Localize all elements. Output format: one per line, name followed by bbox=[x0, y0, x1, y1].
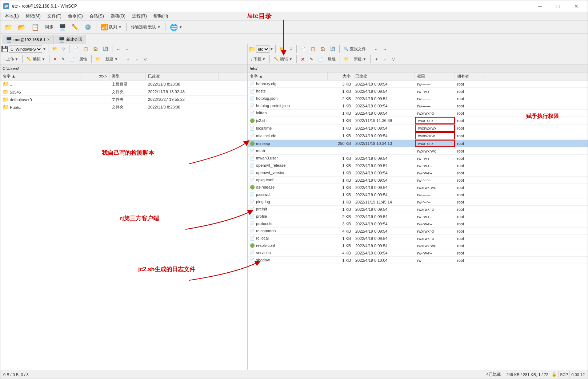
right-new-btn[interactable]: 新建 ▼ bbox=[352, 55, 368, 63]
right-row-localtime[interactable]: 📄 localtime 1 KB 2022/4/19 0:09:54 rwxrw… bbox=[248, 125, 588, 132]
left-folder-btn[interactable]: 📁 bbox=[93, 55, 103, 63]
toolbar-console-btn[interactable]: 🖥️ bbox=[56, 22, 69, 32]
left-back-btn[interactable]: ← bbox=[114, 45, 123, 53]
tab-session[interactable]: 🖥️ root@192.168.6.1 ✕ bbox=[2, 35, 54, 44]
right-row-rc-local[interactable]: 📄 rc.local 1 KB 2022/4/19 0:09:54 rwxrwx… bbox=[248, 235, 588, 242]
right-back-btn[interactable]: ← bbox=[372, 45, 380, 53]
minimize-button[interactable]: ─ bbox=[532, 0, 548, 12]
left-refresh-btn[interactable]: 🔄 bbox=[101, 45, 110, 53]
right-row-mia-include[interactable]: 📄 mia.include 1 KB 2022/4/19 0:09:54 rwx… bbox=[248, 132, 588, 140]
toolbar-edit-btn[interactable]: ✏️ bbox=[69, 22, 81, 32]
right-open-folder-btn[interactable]: 📂 bbox=[277, 45, 287, 53]
right-home-btn[interactable]: 🏠 bbox=[318, 45, 328, 53]
right-download-btn[interactable]: ↓ 下载 ▼ bbox=[248, 55, 268, 63]
left-copy-file-btn[interactable]: 📄 bbox=[67, 55, 77, 63]
left-row-public[interactable]: 📁 Public 文件夹 2022/11/3 8:23:38 bbox=[0, 103, 247, 111]
right-drive-dropdown[interactable]: ▼ bbox=[270, 47, 273, 51]
right-add-btn[interactable]: ＋ bbox=[372, 55, 381, 63]
left-props-btn[interactable]: 属性 bbox=[77, 55, 89, 63]
right-col-name-header[interactable]: 名字 ▲ bbox=[248, 72, 328, 80]
right-row-profile[interactable]: 📄 profile 2 KB 2022/4/19 0:09:54 rw-rw-r… bbox=[248, 213, 588, 220]
right-col-size-header[interactable]: 大小 bbox=[328, 72, 353, 80]
toolbar-new-btn[interactable]: 📁 bbox=[2, 22, 15, 32]
right-row-protocols[interactable]: 📄 protocols 3 KB 2022/4/19 0:09:54 rw-rw… bbox=[248, 220, 588, 228]
right-row-hosts[interactable]: 📄 hosts 1 KB 2022/4/19 0:09:54 rw-rw-r--… bbox=[248, 88, 588, 95]
menu-mark[interactable]: 标记(M) bbox=[23, 12, 44, 20]
right-row-mwan3user[interactable]: 📄 mwan3.user 1 KB 2022/4/19 0:09:54 rw-r… bbox=[248, 155, 588, 162]
menu-help[interactable]: 帮助(H) bbox=[151, 12, 171, 20]
right-file-list[interactable]: 📄 haproxy.cfg 3 KB 2022/4/19 0:09:54 rw-… bbox=[248, 80, 588, 370]
right-row-shadow[interactable]: 📄 shadow 1 KB 2022/4/19 0:10:04 rw------… bbox=[248, 257, 588, 264]
toolbar-queue-btn[interactable]: 📶 队列 ▼ bbox=[98, 22, 124, 32]
left-row-53545[interactable]: 📁 53545 文件夹 2022/11/19 13:02:48 bbox=[0, 88, 247, 96]
left-add-btn[interactable]: ＋ bbox=[124, 55, 132, 63]
close-button[interactable]: ✕ bbox=[568, 0, 585, 12]
menu-command[interactable]: 命令(C) bbox=[65, 12, 86, 20]
left-new-btn[interactable]: 新建 ▼ bbox=[103, 55, 120, 63]
menu-file[interactable]: 文件(F) bbox=[44, 12, 64, 20]
toolbar-prefs-btn[interactable]: ⚙️ bbox=[82, 22, 94, 32]
right-row-preinit[interactable]: 📄 preinit 1 KB 2022/4/19 0:09:54 rwxrwxr… bbox=[248, 206, 588, 213]
right-row-openwrt-release[interactable]: 📄 openwrt_release 1 KB 2022/4/19 0:09:54… bbox=[248, 162, 588, 169]
right-props-btn[interactable]: 属性 bbox=[325, 55, 338, 63]
right-row-haproxy[interactable]: 📄 haproxy.cfg 3 KB 2022/4/19 0:09:54 rw-… bbox=[248, 80, 588, 88]
right-move-btn[interactable]: 📋 bbox=[308, 45, 318, 53]
toolbar-transfer-btn[interactable]: 传输选项 默认 ▼ bbox=[128, 22, 163, 32]
right-row-jc2sh[interactable]: 🟢 jc2.sh 1 KB 2022/11/19 11:36:39 rwxr-x… bbox=[248, 117, 588, 125]
toolbar-sync-btn[interactable]: 同步 bbox=[42, 22, 56, 32]
right-col-modified-header[interactable]: 已改变 bbox=[353, 72, 415, 80]
tab-new-session[interactable]: 🖥️ 新建会话 bbox=[55, 35, 86, 44]
toolbar-internet-btn[interactable]: 🌐 ▼ bbox=[167, 22, 185, 32]
left-check-btn[interactable]: ▽ bbox=[141, 55, 149, 63]
right-row-hotplug-preinit[interactable]: 📄 hotplug-preinit.json 1 KB 2022/4/19 0:… bbox=[248, 102, 588, 110]
right-check-btn[interactable]: ▽ bbox=[390, 55, 397, 63]
toolbar-copy-btn[interactable]: 📋 bbox=[29, 22, 42, 32]
left-remove-btn[interactable]: － bbox=[133, 55, 141, 63]
right-row-minieap[interactable]: 🟢 minieap 250 KB 2022/11/19 10:34:13 rwx… bbox=[248, 140, 588, 147]
tab-close-session[interactable]: ✕ bbox=[47, 37, 50, 42]
right-filter-btn[interactable]: ▽ bbox=[287, 45, 295, 53]
right-search-btn[interactable]: 🔍 查找文件 bbox=[341, 45, 368, 53]
menu-session[interactable]: 会话(S) bbox=[87, 12, 107, 20]
right-rename-btn[interactable]: ✎ bbox=[308, 55, 315, 63]
maximize-button[interactable]: □ bbox=[550, 0, 567, 12]
right-delete-btn[interactable]: ✕ bbox=[299, 55, 307, 63]
left-drive-dropdown[interactable]: ▼ bbox=[43, 47, 46, 51]
left-delete-btn[interactable]: ✕ bbox=[51, 55, 59, 63]
menu-remote[interactable]: 远程(R) bbox=[129, 12, 150, 20]
left-edit-btn[interactable]: ✏️ 编辑 ▼ bbox=[24, 55, 47, 63]
left-open-folder-btn[interactable]: 📂 bbox=[50, 45, 60, 53]
right-remove-btn[interactable]: － bbox=[381, 55, 389, 63]
right-row-openwrt-version[interactable]: 📄 openwrt_version 1 KB 2022/4/19 0:09:54… bbox=[248, 169, 588, 177]
left-drive-select[interactable]: C: Windows-S bbox=[9, 46, 42, 53]
right-drive-select[interactable]: etc bbox=[256, 46, 269, 53]
left-col-size-header[interactable]: 大小 bbox=[80, 72, 109, 80]
right-edit-btn[interactable]: ✏️ 编辑 ▼ bbox=[272, 55, 295, 63]
right-row-rc-common[interactable]: 📄 rc.common 4 KB 2022/4/19 0:09:54 rwxrw… bbox=[248, 228, 588, 235]
right-row-hotplug[interactable]: 📄 hotplug.json 2 KB 2022/4/19 0:09:54 rw… bbox=[248, 95, 588, 102]
left-row-defaultuser0[interactable]: 📁 defaultuser0 文件夹 2022/10/27 19:55:22 bbox=[0, 96, 247, 103]
right-col-perm-header[interactable]: 权限 bbox=[415, 72, 455, 80]
left-forward-btn[interactable]: → bbox=[123, 45, 131, 53]
left-col-name-header[interactable]: 名字 ▲ bbox=[0, 72, 80, 80]
left-home-btn[interactable]: 🏠 bbox=[91, 45, 100, 53]
right-row-resolv-conf[interactable]: 🟢 resolv.conf 1 KB 2022/4/19 0:09:54 rwx… bbox=[248, 242, 588, 249]
right-copy-btn[interactable]: 📄 bbox=[299, 45, 308, 53]
right-row-mtab[interactable]: 📄 mtab rwxrwxrwx root bbox=[248, 147, 588, 155]
toolbar-open-btn[interactable]: 📂 bbox=[15, 22, 28, 32]
left-filter-btn[interactable]: ▽ bbox=[60, 45, 67, 53]
right-col-owner-header[interactable]: 拥有者 bbox=[455, 72, 484, 80]
left-file-list[interactable]: 📁 .. 上级目录 2022/11/3 8:23:38 📁 53545 文件夹 … bbox=[0, 80, 247, 370]
menu-options[interactable]: 选项(O) bbox=[108, 12, 128, 20]
menu-local[interactable]: 本地(L) bbox=[2, 12, 22, 20]
left-rename-btn[interactable]: ✎ bbox=[59, 55, 67, 63]
left-col-modified-header[interactable]: 已改变 bbox=[146, 72, 219, 80]
left-upload-btn[interactable]: ↑ 上传 ▼ bbox=[1, 55, 20, 63]
right-copy-file-btn[interactable]: 📄 bbox=[316, 55, 325, 63]
right-row-ping-log[interactable]: 📄 ping.log 1 KB 2022/11/19 11:45:14 rw-r… bbox=[248, 198, 588, 206]
right-refresh-btn[interactable]: 🔄 bbox=[328, 45, 337, 53]
left-copy-btn[interactable]: 📄 bbox=[71, 45, 81, 53]
right-folder-btn[interactable]: 📁 bbox=[342, 55, 351, 63]
right-row-opkg-conf[interactable]: 📄 opkg.conf 1 KB 2022/4/19 0:09:54 rw-r-… bbox=[248, 177, 588, 184]
right-row-inittab[interactable]: 📄 inittab 1 KB 2022/4/19 0:09:54 rwxrwxr… bbox=[248, 110, 588, 117]
